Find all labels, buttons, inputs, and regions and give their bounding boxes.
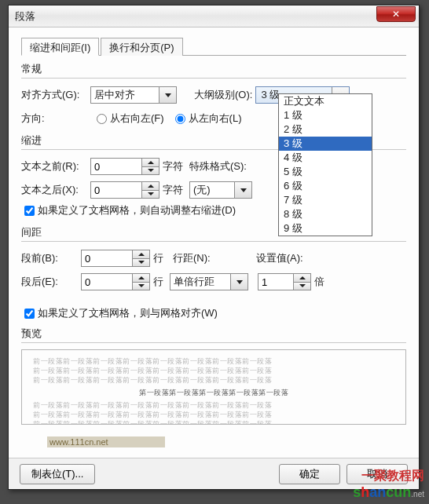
- dialog-body: 缩进和间距(I) 换行和分页(P) 常规 对齐方式(G): 居中对齐 大纲级别(…: [9, 27, 419, 433]
- ltr-radio-input[interactable]: [175, 114, 185, 124]
- outline-option[interactable]: 3 级: [279, 137, 372, 151]
- outline-option[interactable]: 9 级: [279, 221, 372, 236]
- outline-option[interactable]: 6 级: [279, 179, 372, 193]
- alignment-value: 居中对齐: [94, 88, 135, 102]
- outline-level-label: 大纲级别(O):: [194, 88, 252, 102]
- watermark-brand: 一聚教程网: [361, 469, 424, 482]
- direction-ltr-radio[interactable]: 从左向右(L): [175, 111, 242, 126]
- indent-before-spinner[interactable]: [90, 158, 160, 175]
- tab-line-page-breaks[interactable]: 换行和分页(P): [101, 38, 182, 56]
- spin-up[interactable]: [294, 274, 310, 282]
- special-format-value: (无): [193, 183, 211, 197]
- indent-after-label: 文本之后(X):: [21, 183, 90, 197]
- spin-up[interactable]: [133, 274, 149, 282]
- indent-after-spinner[interactable]: [90, 181, 160, 199]
- close-icon: ✕: [392, 9, 400, 20]
- titlebar[interactable]: 段落 ✕: [9, 5, 419, 27]
- indent-before-input[interactable]: [91, 159, 137, 174]
- outline-option[interactable]: 4 级: [279, 151, 372, 165]
- ltr-radio-label: 从左向右(L): [189, 111, 242, 126]
- indent-before-label: 文本之前(R):: [21, 159, 90, 173]
- spacing-grid-check-label: 如果定义了文档网格，则与网格对齐(W): [38, 306, 218, 320]
- space-before-spinner[interactable]: [81, 250, 150, 267]
- spin-up[interactable]: [133, 250, 149, 258]
- alignment-label: 对齐方式(G):: [21, 88, 90, 102]
- chevron-down-icon: [236, 280, 243, 284]
- outline-option[interactable]: 正文文本: [279, 94, 372, 108]
- spin-down[interactable]: [294, 282, 310, 290]
- set-value-unit: 倍: [314, 275, 324, 289]
- outline-level-value: 3 级: [261, 88, 280, 102]
- watermark-domain: .net: [411, 490, 424, 499]
- dropdown-button[interactable]: [159, 87, 176, 103]
- group-general-label: 常规: [21, 62, 406, 76]
- rtl-radio-label: 从右向左(F): [110, 111, 164, 126]
- spin-down[interactable]: [133, 282, 149, 290]
- indent-grid-check-label: 如果定义了文档网格，则自动调整右缩进(D): [38, 203, 236, 217]
- space-before-unit: 行: [153, 251, 163, 265]
- preview-panel: 前一段落前一段落前一段落前一段落前一段落前一段落前一段落前一段落 前一段落前一段…: [21, 349, 406, 425]
- indent-grid-check-input[interactable]: [24, 206, 35, 216]
- indent-after-input[interactable]: [91, 182, 137, 198]
- spacing-grid-checkbox[interactable]: 如果定义了文档网格，则与网格对齐(W): [24, 306, 406, 320]
- group-preview-label: 预览: [21, 327, 406, 341]
- preview-line: 前一段落前一段落前一段落前一段落前一段落前一段落前一段落前一段落: [33, 410, 394, 419]
- divider: [21, 342, 406, 343]
- chevron-down-icon: [165, 93, 171, 97]
- preview-line: 前一段落前一段落前一段落前一段落前一段落前一段落前一段落前一段落: [33, 356, 394, 366]
- direction-label: 方向:: [21, 111, 90, 126]
- space-before-input[interactable]: [82, 250, 127, 266]
- alignment-combo[interactable]: 居中对齐: [90, 86, 177, 104]
- indent-after-unit: 字符: [163, 183, 183, 197]
- tab-bar: 缩进和间距(I) 换行和分页(P): [21, 37, 406, 56]
- outline-option[interactable]: 7 级: [279, 193, 372, 207]
- space-before-label: 段前(B):: [21, 251, 65, 265]
- special-format-combo[interactable]: (无): [189, 181, 252, 199]
- watermark: www.111cn.net 一聚教程网 shancun.net: [306, 457, 424, 501]
- spin-down[interactable]: [133, 258, 149, 267]
- preview-line: 前一段落前一段落前一段落前一段落前一段落前一段落前一段落前一段落: [33, 366, 394, 375]
- tabstops-button[interactable]: 制表位(T)...: [20, 464, 95, 484]
- outline-option[interactable]: 2 级: [279, 122, 372, 137]
- rtl-radio-input[interactable]: [97, 114, 107, 124]
- set-value-input[interactable]: [258, 274, 288, 290]
- divider: [21, 241, 406, 242]
- space-after-spinner[interactable]: [81, 273, 150, 290]
- paragraph-dialog: 段落 ✕ 缩进和间距(I) 换行和分页(P) 常规 对齐方式(G): 居中对齐 …: [8, 5, 420, 490]
- outline-option[interactable]: 1 级: [279, 108, 372, 122]
- chevron-down-icon: [240, 188, 247, 192]
- space-after-unit: 行: [153, 275, 163, 289]
- preview-line: 前一段落前一段落前一段落前一段落前一段落前一段落前一段落前一段落: [33, 400, 394, 410]
- preview-line: 前一段落前一段落前一段落前一段落前一段落前一段落前一段落前一段落: [33, 419, 394, 425]
- dropdown-button[interactable]: [234, 182, 251, 198]
- direction-rtl-radio[interactable]: 从右向左(F): [97, 111, 164, 126]
- line-spacing-combo[interactable]: 单倍行距: [170, 273, 248, 290]
- line-spacing-value: 单倍行距: [174, 275, 214, 289]
- space-after-input[interactable]: [82, 274, 127, 290]
- dropdown-button[interactable]: [230, 274, 248, 290]
- tab-indent-spacing[interactable]: 缩进和间距(I): [21, 38, 99, 56]
- spacing-grid-check-input[interactable]: [24, 309, 35, 319]
- set-value-label: 设置值(A):: [256, 251, 303, 265]
- spin-up[interactable]: [142, 182, 159, 190]
- spin-down[interactable]: [142, 190, 159, 199]
- line-spacing-label: 行距(N):: [173, 251, 211, 265]
- watermark-url: www.111cn.net: [47, 436, 165, 447]
- spin-down[interactable]: [142, 166, 159, 175]
- spin-up[interactable]: [142, 159, 159, 166]
- preview-line: 前一段落前一段落前一段落前一段落前一段落前一段落前一段落前一段落: [33, 375, 394, 385]
- space-after-label: 段后(E):: [21, 275, 65, 289]
- preview-sample-line: 第一段落第一段落第一段落第一段落第一段落: [33, 388, 394, 397]
- window-title: 段落: [15, 9, 35, 24]
- outline-option[interactable]: 8 级: [279, 207, 372, 221]
- special-format-label: 特殊格式(S):: [189, 159, 247, 173]
- outline-option[interactable]: 5 级: [279, 165, 372, 179]
- outline-level-dropdown[interactable]: 正文文本1 级2 级3 级4 级5 级6 级7 级8 级9 级: [278, 93, 372, 236]
- indent-before-unit: 字符: [163, 159, 183, 173]
- close-button[interactable]: ✕: [376, 6, 416, 22]
- divider: [21, 78, 406, 79]
- set-value-spinner[interactable]: [258, 273, 311, 290]
